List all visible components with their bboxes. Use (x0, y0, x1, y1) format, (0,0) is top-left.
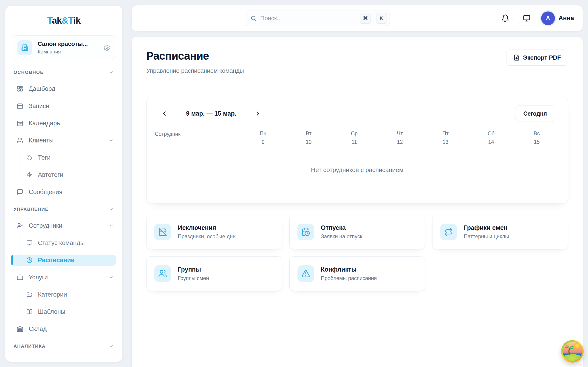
day-column-header: Вт10 (286, 131, 332, 145)
clock-icon (26, 257, 32, 263)
users-icon (17, 137, 23, 144)
card-vacations[interactable]: Отпуска Заявки на отпуск (289, 215, 425, 249)
user-name: Анна (559, 15, 574, 22)
warehouse-icon (17, 326, 23, 332)
folder-open-icon (26, 292, 32, 298)
sidebar-item-appointments[interactable]: Записи (12, 100, 116, 111)
section-main[interactable]: ОСНОВНОЕ (12, 67, 116, 78)
user-check-icon (17, 223, 23, 229)
company-type: Компания (38, 49, 98, 55)
zap-icon (26, 172, 32, 178)
search-icon (250, 15, 257, 21)
card-groups[interactable]: Группы Группы смен (146, 257, 282, 291)
next-week-button[interactable] (253, 108, 263, 119)
tag-icon (26, 155, 32, 161)
repeat-icon (440, 224, 457, 240)
file-download-icon (513, 54, 520, 61)
book-open-icon (26, 309, 32, 315)
company-name: Салон красоты... (38, 40, 98, 48)
sidebar-item-schedule[interactable]: Расписание (12, 255, 116, 266)
chevron-down-icon (109, 275, 114, 280)
shortcut-cmd-key: ⌘ (360, 13, 371, 24)
search-input[interactable] (260, 15, 356, 22)
services-subgroup: Категории Шаблоны (12, 289, 116, 317)
day-column-header: Чт12 (377, 131, 423, 145)
bell-icon[interactable] (501, 14, 510, 23)
sidebar-nav: ОСНОВНОЕ Дашборд Записи Календарь (12, 67, 116, 352)
company-selector[interactable]: Салон красоты... Компания (12, 35, 116, 60)
section-analytics-label: АНАЛИТИКА (14, 344, 46, 349)
search-input-wrapper[interactable]: ⌘ K (245, 10, 390, 26)
calendar-off-icon (154, 224, 171, 240)
card-conflicts[interactable]: Конфликты Проблемы расписания (289, 257, 425, 291)
employees-subgroup: Статус команды Расписание (12, 237, 116, 266)
export-pdf-button[interactable]: Экспорт PDF (506, 50, 568, 66)
chevron-down-icon (109, 207, 114, 212)
sidebar-item-services[interactable]: Услуги (12, 272, 116, 283)
chevron-down-icon (109, 344, 114, 349)
section-management[interactable]: УПРАВЛЕНИЕ (12, 204, 116, 215)
display-mode-button[interactable] (519, 11, 534, 26)
page-title: Расписание (146, 50, 244, 62)
day-column-header: Вс15 (514, 131, 560, 145)
week-range-label: 9 мар. — 15 мар. (186, 110, 236, 117)
sidebar-item-clients[interactable]: Клиенты (12, 135, 116, 146)
employee-column-header: Сотрудник (155, 131, 240, 145)
day-column-header: Пт13 (423, 131, 468, 145)
sidebar-item-warehouse[interactable]: Склад (12, 323, 116, 334)
sidebar-item-tags[interactable]: Теги (12, 152, 116, 163)
users-icon (154, 265, 171, 282)
sidebar-item-autotags[interactable]: Автотеги (12, 169, 116, 180)
sidebar-item-templates[interactable]: Шаблоны (12, 306, 116, 317)
monitor-icon (523, 15, 530, 22)
island-illustration (563, 342, 582, 361)
clients-subgroup: Теги Автотеги (12, 152, 116, 180)
calendar-clock-icon (297, 224, 314, 240)
chevron-down-icon (109, 138, 114, 143)
sidebar-item-team-status[interactable]: Статус команды (12, 237, 116, 248)
sidebar-item-categories[interactable]: Категории (12, 289, 116, 300)
briefcase-icon (17, 274, 23, 281)
avatar: А (541, 11, 555, 25)
building-icon (17, 40, 32, 55)
shortcut-k-key: K (376, 13, 387, 24)
palm-tree-icon (563, 344, 575, 356)
topbar: ⌘ K А Анна (132, 5, 583, 31)
app-logo: Tak&Tik (12, 12, 116, 27)
day-column-header: Сб14 (468, 131, 514, 145)
page-subtitle: Управление расписанием команды (146, 67, 244, 74)
week-schedule-card: 9 мар. — 15 мар. Сегодня Сотрудник Пн9 В… (146, 97, 568, 203)
card-exceptions[interactable]: Исключения Праздники, особые дни (146, 215, 282, 249)
sidebar-item-employees[interactable]: Сотрудники (12, 220, 116, 231)
calendar-days-icon (17, 103, 23, 109)
card-shift-patterns[interactable]: Графики смен Паттерны и циклы (432, 215, 568, 249)
main-content: Расписание Управление расписанием команд… (132, 37, 583, 367)
message-square-icon (17, 189, 23, 195)
day-column-header: Пн9 (240, 131, 286, 145)
user-menu[interactable]: А Анна (541, 11, 574, 25)
today-button[interactable]: Сегодня (515, 105, 555, 122)
gear-icon[interactable] (103, 44, 110, 51)
calendar-range-icon (17, 120, 23, 126)
section-analytics[interactable]: АНАЛИТИКА (12, 341, 116, 352)
sidebar-item-dashboard[interactable]: Дашборд (12, 83, 116, 94)
dashboard-icon (17, 85, 23, 92)
section-main-label: ОСНОВНОЕ (14, 70, 44, 75)
sidebar-item-calendar[interactable]: Календарь (12, 118, 116, 129)
section-management-label: УПРАВЛЕНИЕ (14, 207, 48, 212)
monitor-icon (26, 240, 32, 246)
chevron-down-icon (109, 70, 114, 75)
empty-state-message: Нет сотрудников с расписанием (147, 145, 568, 195)
sidebar-item-messages[interactable]: Сообщения (12, 186, 116, 198)
divider (146, 85, 568, 85)
sidebar: Tak&Tik Салон красоты... Компания ОСНОВН… (5, 6, 122, 362)
feature-cards: Исключения Праздники, особые дни Отпуска… (146, 215, 568, 291)
prev-week-button[interactable] (159, 108, 170, 119)
week-header-row: Сотрудник Пн9 Вт10 Ср11 Чт12 Пт13 Сб14 В… (147, 131, 568, 145)
chevron-down-icon (109, 223, 114, 228)
island-widget-button[interactable] (561, 340, 584, 363)
day-column-header: Ср11 (331, 131, 377, 145)
alert-triangle-icon (297, 265, 314, 282)
